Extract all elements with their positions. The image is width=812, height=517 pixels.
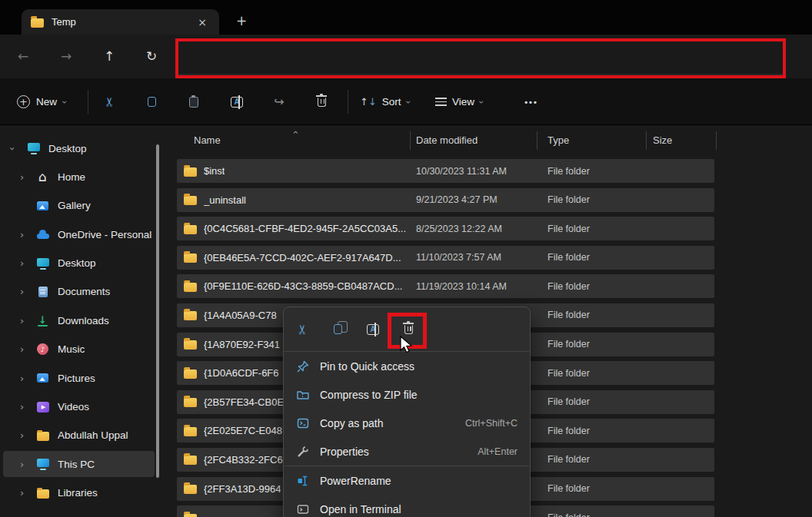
column-header-name[interactable]: Name	[194, 134, 221, 146]
menu-item-label: Open in Terminal	[320, 503, 517, 515]
file-name: {1A4A05A9-C78	[204, 310, 277, 321]
chevron-down-icon	[59, 100, 70, 104]
chevron-icon[interactable]	[20, 487, 32, 499]
close-icon[interactable]	[196, 16, 208, 28]
chevron-icon[interactable]	[20, 200, 32, 211]
menu-item-powerrename[interactable]: PowerRename	[284, 466, 530, 495]
chevron-icon[interactable]	[20, 171, 32, 183]
sidebar-item[interactable]: Home	[3, 164, 155, 190]
menu-item-open-in-terminal[interactable]: Open in Terminal	[284, 495, 530, 517]
file-row[interactable]: {0F9E110E-626D-43C3-8859-CB0487ACD...11/…	[177, 274, 714, 298]
sidebar-item[interactable]: Desktop	[3, 135, 155, 161]
new-tab-button[interactable]	[233, 12, 250, 29]
sidebar-item-label: This PC	[58, 459, 95, 470]
sort-button[interactable]: Sort	[360, 88, 410, 116]
sidebar-item-label: Gallery	[58, 200, 91, 211]
folder-icon	[184, 225, 197, 234]
trash-icon	[318, 98, 326, 107]
file-name: {2FC4B332-2FC6	[204, 454, 283, 466]
refresh-button[interactable]	[141, 45, 162, 67]
sidebar-item-label: Pictures	[58, 373, 95, 384]
sidebar-item[interactable]: Downloads	[3, 307, 155, 333]
menu-item-properties[interactable]: Properties Alt+Enter	[284, 437, 530, 466]
sidebar-item-icon	[35, 314, 50, 326]
sidebar-item[interactable]: This PC	[3, 451, 155, 477]
sidebar-item[interactable]: New Volume (D:)	[3, 509, 155, 517]
sidebar-item[interactable]: OneDrive - Personal	[3, 221, 155, 247]
rename-icon	[231, 97, 243, 108]
forward-button[interactable]	[55, 45, 77, 67]
copy-icon	[148, 97, 156, 107]
share-icon	[274, 94, 284, 109]
sidebar-item[interactable]: Pictures	[3, 365, 155, 391]
sidebar-item[interactable]: Libraries	[3, 480, 155, 506]
column-divider[interactable]	[646, 131, 647, 150]
sidebar-item-label: Desktop	[58, 257, 96, 269]
chevron-icon[interactable]	[11, 143, 23, 154]
sidebar-item-icon	[35, 228, 50, 240]
view-button-label: View	[452, 96, 474, 108]
chevron-icon[interactable]	[20, 343, 32, 355]
column-divider[interactable]	[716, 131, 717, 150]
sidebar-item[interactable]: Music	[3, 336, 155, 363]
delete-button[interactable]	[310, 88, 333, 116]
file-name: {2FF3A13D-9964	[204, 483, 281, 495]
column-header-date-modified[interactable]: Date modified	[416, 134, 478, 146]
sidebar-item-icon	[35, 429, 50, 442]
rename-button[interactable]	[225, 88, 248, 116]
sidebar-item-label: Music	[58, 343, 85, 355]
sidebar-item[interactable]: Abdullah Uppal	[3, 423, 155, 449]
sort-ascending-icon	[290, 131, 301, 134]
rename-button[interactable]	[355, 314, 391, 345]
sidebar-item[interactable]: Gallery	[3, 193, 155, 219]
menu-item-label: Properties	[320, 446, 478, 458]
pin-icon	[296, 360, 310, 373]
chevron-icon[interactable]	[20, 286, 32, 297]
file-row[interactable]: $inst10/30/2023 11:31 AMFile folder	[177, 159, 714, 183]
folder-icon	[184, 398, 197, 407]
share-button[interactable]	[268, 88, 291, 116]
folder-icon	[184, 196, 197, 205]
menu-item-copy-as-path[interactable]: Copy as path Ctrl+Shift+C	[284, 409, 530, 437]
back-button[interactable]	[12, 45, 34, 67]
cut-button[interactable]	[285, 314, 320, 345]
file-type: File folder	[547, 252, 590, 263]
column-header-type[interactable]: Type	[547, 134, 569, 146]
view-button[interactable]: View	[435, 88, 484, 116]
new-button[interactable]: New	[17, 88, 67, 116]
copy-icon	[334, 324, 342, 334]
column-header-size[interactable]: Size	[653, 134, 672, 146]
column-divider[interactable]	[410, 131, 411, 150]
chevron-icon[interactable]	[20, 401, 32, 413]
sidebar-item-label: Desktop	[48, 143, 87, 154]
menu-item-compress-to-zip[interactable]: Compress to ZIP file	[284, 380, 530, 409]
file-type: File folder	[547, 194, 590, 205]
navigation-sidebar: DesktopHomeGalleryOneDrive - PersonalDes…	[0, 125, 165, 517]
folder-icon	[31, 18, 44, 28]
paste-button[interactable]	[182, 88, 205, 116]
file-row[interactable]: _uninstall9/21/2023 4:27 PMFile folder	[177, 188, 714, 212]
copy-button[interactable]	[140, 88, 163, 116]
more-options-button[interactable]	[520, 88, 543, 116]
file-row[interactable]: {0C4C5681-CFBF-4ED2-945F-2A5CC03A5...8/2…	[177, 217, 714, 240]
file-name: _uninstall	[204, 194, 246, 206]
file-row[interactable]: {0EB46E5A-7CCD-402C-AEF2-917A647D...11/1…	[177, 246, 714, 270]
chevron-icon[interactable]	[20, 315, 32, 326]
chevron-icon[interactable]	[20, 257, 32, 269]
sidebar-item[interactable]: Desktop	[3, 250, 155, 277]
column-divider[interactable]	[537, 131, 537, 150]
menu-item-pin-to-quick-access[interactable]: Pin to Quick access	[284, 352, 530, 380]
chevron-icon[interactable]	[20, 429, 32, 441]
file-type: File folder	[547, 224, 590, 234]
sidebar-scrollbar[interactable]	[156, 144, 159, 478]
menu-item-label: PowerRename	[320, 475, 517, 487]
tab-temp[interactable]: Temp	[22, 9, 219, 35]
chevron-icon[interactable]	[20, 373, 32, 384]
cut-button[interactable]	[98, 88, 121, 116]
chevron-icon[interactable]	[20, 459, 32, 470]
copy-button[interactable]	[320, 314, 355, 345]
chevron-icon[interactable]	[20, 229, 32, 240]
sidebar-item[interactable]: Documents	[3, 279, 155, 305]
sidebar-item[interactable]: Videos	[3, 394, 155, 420]
up-button[interactable]	[98, 45, 120, 67]
